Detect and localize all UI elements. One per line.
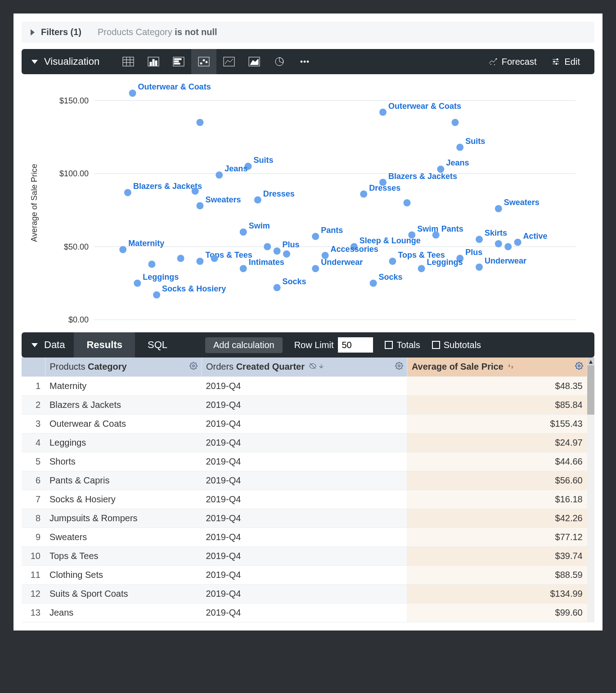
scatter-point[interactable] <box>312 233 319 240</box>
scatter-point[interactable] <box>153 291 160 299</box>
scatter-point[interactable] <box>216 171 223 179</box>
scatter-point[interactable] <box>283 250 290 258</box>
scatter-point[interactable] <box>196 119 203 126</box>
scatter-point[interactable] <box>192 188 199 195</box>
scatter-point[interactable] <box>476 264 483 271</box>
scatter-point[interactable] <box>254 197 261 204</box>
table-row[interactable]: 11Clothing Sets2019-Q4$88.59 <box>22 565 587 584</box>
table-row[interactable]: 6Pants & Capris2019-Q4$56.60 <box>22 471 587 490</box>
point-label: Underwear <box>485 256 526 265</box>
line-chart-icon[interactable] <box>216 49 242 74</box>
cell-avg-price: $24.97 <box>407 433 587 452</box>
column-header-avg-sale-price[interactable]: Average of Sale Price <box>407 358 587 376</box>
tab-results[interactable]: Results <box>74 332 135 358</box>
scatter-point[interactable] <box>456 144 463 151</box>
row-limit-input[interactable] <box>338 337 373 353</box>
gear-icon[interactable] <box>395 362 403 372</box>
column-chart-icon[interactable] <box>141 49 166 74</box>
edit-button[interactable]: Edit <box>551 57 580 67</box>
cell-category: Pants & Capris <box>45 471 201 490</box>
table-row[interactable]: 12Suits & Sport Coats2019-Q4$134.99 <box>22 584 587 603</box>
table-row[interactable]: 5Shorts2019-Q4$44.66 <box>22 452 587 471</box>
scatter-point[interactable] <box>240 265 247 272</box>
scatter-point[interactable] <box>418 265 425 272</box>
scatter-point[interactable] <box>240 228 247 236</box>
scatter-point[interactable] <box>148 261 155 268</box>
table-row[interactable]: 4Leggings2019-Q4$24.97 <box>22 433 587 452</box>
scatter-point[interactable] <box>312 265 319 272</box>
scatter-point[interactable] <box>432 232 440 239</box>
table-row[interactable]: 13Jeans2019-Q4$99.60 <box>22 603 587 622</box>
scatter-point[interactable] <box>119 246 126 253</box>
sliders-icon <box>551 57 560 66</box>
scatter-point[interactable] <box>504 243 512 250</box>
gear-icon[interactable] <box>575 362 583 372</box>
tab-sql[interactable]: SQL <box>135 332 180 358</box>
scatter-point[interactable] <box>495 205 502 212</box>
scrollbar-thumb[interactable] <box>587 365 594 415</box>
table-row[interactable]: 3Outerwear & Coats2019-Q4$155.43 <box>22 414 587 433</box>
totals-checkbox[interactable]: Totals <box>385 340 420 350</box>
point-label: Outerwear & Coats <box>138 82 211 91</box>
point-label: Leggings <box>143 273 179 282</box>
scrollbar[interactable]: ▴ <box>587 358 594 622</box>
cell-category: Blazers & Jackets <box>45 395 201 414</box>
table-row[interactable]: 1Maternity2019-Q4$48.35 <box>22 376 587 395</box>
row-index: 3 <box>22 414 45 433</box>
table-row[interactable]: 7Socks & Hosiery2019-Q4$16.18 <box>22 490 587 509</box>
scatter-point[interactable] <box>476 236 483 243</box>
scatter-point[interactable] <box>196 258 203 265</box>
sort-indicator <box>309 362 324 370</box>
row-index: 5 <box>22 452 45 471</box>
svg-text:$50.00: $50.00 <box>64 242 89 251</box>
area-chart-icon[interactable] <box>242 49 267 74</box>
subtotals-checkbox[interactable]: Subtotals <box>432 340 481 350</box>
point-label: Plus <box>465 248 482 257</box>
scatter-point[interactable] <box>134 280 141 287</box>
scatter-point[interactable] <box>124 189 131 196</box>
table-row[interactable]: 9Sweaters2019-Q4$77.12 <box>22 528 587 546</box>
table-chart-icon[interactable] <box>116 49 141 74</box>
forecast-button[interactable]: Forecast <box>488 57 537 67</box>
bar-chart-icon[interactable] <box>166 49 191 74</box>
gear-icon[interactable] <box>189 362 198 372</box>
scatter-point[interactable] <box>211 255 218 262</box>
scatter-point[interactable] <box>177 255 184 262</box>
row-index: 10 <box>22 546 45 565</box>
scatter-point[interactable] <box>274 284 281 291</box>
cell-category: Sweaters <box>45 528 201 546</box>
cell-quarter: 2019-Q4 <box>201 546 407 565</box>
point-label: Sleep & Lounge <box>360 236 421 245</box>
caret-down-icon[interactable] <box>31 60 38 64</box>
table-row[interactable]: 2Blazers & Jackets2019-Q4$85.84 <box>22 395 587 414</box>
scatter-point[interactable] <box>274 247 281 255</box>
scatter-point[interactable] <box>370 280 377 287</box>
table-row[interactable]: 10Tops & Tees2019-Q4$39.74 <box>22 546 587 565</box>
filters-bar[interactable]: Filters (1) Products Category is not nul… <box>22 22 594 43</box>
scatter-point[interactable] <box>514 239 522 246</box>
more-chart-types-icon[interactable] <box>292 49 317 74</box>
scatter-chart[interactable]: $0.00$50.00$100.00$150.00 Outerwear & Co… <box>41 77 588 329</box>
svg-point-16 <box>206 61 207 63</box>
scatter-point[interactable] <box>389 258 396 265</box>
column-header-category[interactable]: Products Category <box>45 358 201 376</box>
scroll-up-icon[interactable]: ▴ <box>587 358 594 365</box>
caret-down-icon[interactable] <box>31 343 38 347</box>
scatter-point[interactable] <box>129 89 136 97</box>
add-calculation-button[interactable]: Add calculation <box>205 337 283 353</box>
svg-point-45 <box>578 365 580 367</box>
cell-category: Shorts <box>45 452 201 471</box>
scatter-point[interactable] <box>196 202 203 210</box>
scatter-point[interactable] <box>264 243 271 250</box>
scatter-point[interactable] <box>495 240 502 247</box>
point-label: Plus <box>283 240 300 249</box>
scatter-chart-icon[interactable] <box>191 49 216 74</box>
scatter-point[interactable] <box>379 109 387 116</box>
column-header-quarter[interactable]: Orders Created Quarter <box>201 358 407 376</box>
scatter-point[interactable] <box>452 119 459 126</box>
pie-chart-icon[interactable] <box>267 49 292 74</box>
point-label: Accessories <box>331 245 378 254</box>
scatter-point[interactable] <box>360 191 367 198</box>
table-row[interactable]: 8Jumpsuits & Rompers2019-Q4$42.26 <box>22 509 587 528</box>
scatter-point[interactable] <box>404 199 411 206</box>
